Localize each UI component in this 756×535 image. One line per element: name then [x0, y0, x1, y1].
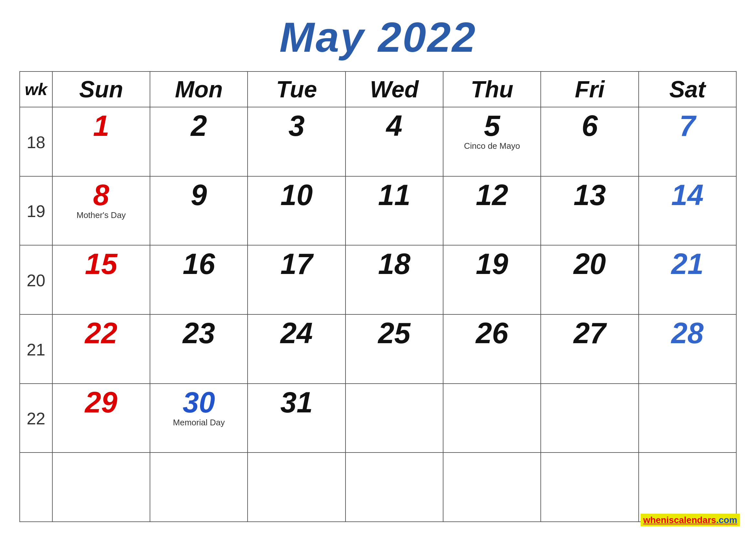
- day-number: 30: [156, 388, 241, 417]
- calendar-row: [20, 453, 736, 522]
- day-cell: 6: [541, 107, 638, 176]
- day-cell: [443, 453, 541, 522]
- day-cell: 2: [150, 107, 248, 176]
- week-number: 19: [20, 176, 52, 245]
- day-cell: 1: [52, 107, 150, 176]
- holiday-label: Mother's Day: [59, 210, 144, 220]
- day-number: 17: [254, 249, 339, 278]
- holiday-label: Cinco de Mayo: [449, 141, 535, 151]
- day-number: 31: [254, 388, 339, 417]
- day-cell: 23: [150, 314, 248, 383]
- day-cell: 20: [541, 245, 638, 314]
- day-number: 10: [254, 181, 339, 210]
- day-cell: 5Cinco de Mayo: [443, 107, 541, 176]
- day-number: 18: [352, 249, 437, 278]
- week-number: [20, 453, 52, 522]
- col-header-fri: Fri: [541, 71, 638, 107]
- col-header-tue: Tue: [248, 71, 345, 107]
- col-header-mon: Mon: [150, 71, 248, 107]
- calendar-row: 1812345Cinco de Mayo67: [20, 107, 736, 176]
- day-cell: 31: [248, 383, 345, 453]
- day-number: 4: [352, 111, 437, 140]
- day-cell: 13: [541, 176, 638, 245]
- holiday-label: Memorial Day: [156, 418, 241, 428]
- day-number: 28: [645, 319, 730, 348]
- day-cell: [443, 383, 541, 453]
- calendar-row: 2015161718192021: [20, 245, 736, 314]
- day-number: 22: [59, 319, 144, 348]
- day-cell: 27: [541, 314, 638, 383]
- day-cell: [639, 383, 736, 453]
- day-cell: [541, 453, 638, 522]
- day-cell: [52, 453, 150, 522]
- day-cell: 15: [52, 245, 150, 314]
- day-cell: 19: [443, 245, 541, 314]
- calendar-table: wk Sun Mon Tue Wed Thu Fri Sat 1812345Ci…: [19, 71, 737, 522]
- calendar-row: 198Mother's Day91011121314: [20, 176, 736, 245]
- day-number: 13: [547, 181, 632, 210]
- day-cell: 29: [52, 383, 150, 453]
- col-header-wed: Wed: [345, 71, 443, 107]
- day-cell: [248, 453, 345, 522]
- day-number: 2: [156, 111, 241, 140]
- day-cell: 18: [345, 245, 443, 314]
- day-number: 8: [59, 181, 144, 210]
- day-number: 21: [645, 249, 730, 278]
- day-number: 11: [352, 181, 437, 210]
- day-number: 27: [547, 319, 632, 348]
- day-cell: 9: [150, 176, 248, 245]
- watermark-link[interactable]: wheniscalendars.com: [641, 514, 740, 526]
- day-number: 9: [156, 181, 241, 210]
- day-cell: 26: [443, 314, 541, 383]
- day-cell: 14: [639, 176, 736, 245]
- day-cell: 25: [345, 314, 443, 383]
- day-number: 19: [449, 249, 535, 278]
- col-header-sat: Sat: [639, 71, 736, 107]
- day-cell: 11: [345, 176, 443, 245]
- calendar-row: 2122232425262728: [20, 314, 736, 383]
- day-number: 7: [645, 111, 730, 140]
- watermark: wheniscalendars.com: [641, 515, 740, 525]
- col-header-wk: wk: [20, 71, 52, 107]
- day-number: 29: [59, 388, 144, 417]
- day-cell: [345, 453, 443, 522]
- day-cell: [150, 453, 248, 522]
- calendar-row: 222930Memorial Day31: [20, 383, 736, 453]
- col-header-thu: Thu: [443, 71, 541, 107]
- week-number: 21: [20, 314, 52, 383]
- day-number: 5: [449, 111, 535, 140]
- day-number: 20: [547, 249, 632, 278]
- day-cell: 28: [639, 314, 736, 383]
- day-cell: 17: [248, 245, 345, 314]
- day-number: 15: [59, 249, 144, 278]
- day-cell: 22: [52, 314, 150, 383]
- day-number: 3: [254, 111, 339, 140]
- day-number: 14: [645, 181, 730, 210]
- header-row: wk Sun Mon Tue Wed Thu Fri Sat: [20, 71, 736, 107]
- day-cell: 30Memorial Day: [150, 383, 248, 453]
- day-cell: 16: [150, 245, 248, 314]
- week-number: 18: [20, 107, 52, 176]
- day-cell: 10: [248, 176, 345, 245]
- day-cell: 8Mother's Day: [52, 176, 150, 245]
- day-number: 25: [352, 319, 437, 348]
- week-number: 22: [20, 383, 52, 453]
- day-number: 23: [156, 319, 241, 348]
- day-number: 12: [449, 181, 535, 210]
- day-cell: 3: [248, 107, 345, 176]
- col-header-sun: Sun: [52, 71, 150, 107]
- day-cell: 7: [639, 107, 736, 176]
- day-number: 24: [254, 319, 339, 348]
- day-number: 6: [547, 111, 632, 140]
- day-cell: 12: [443, 176, 541, 245]
- week-number: 20: [20, 245, 52, 314]
- day-number: 26: [449, 319, 535, 348]
- day-cell: [639, 453, 736, 522]
- day-cell: 4: [345, 107, 443, 176]
- day-cell: [541, 383, 638, 453]
- day-cell: [345, 383, 443, 453]
- page-title: May 2022: [279, 13, 476, 62]
- day-number: 16: [156, 249, 241, 278]
- day-cell: 24: [248, 314, 345, 383]
- day-cell: 21: [639, 245, 736, 314]
